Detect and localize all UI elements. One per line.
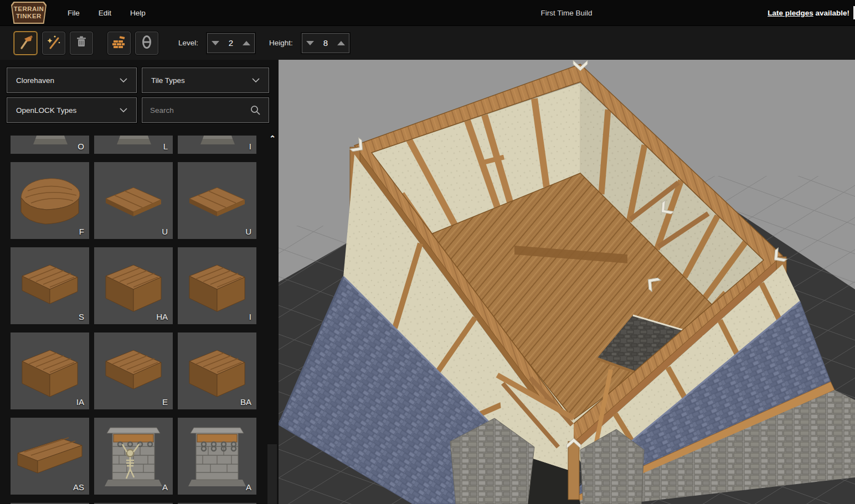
magic-wand-icon — [45, 34, 62, 53]
menu-bar: File Edit Help — [68, 9, 146, 17]
tile-label: F — [79, 227, 84, 236]
clip-tool-button[interactable] — [135, 32, 158, 55]
triangle-down-icon — [212, 41, 219, 45]
tile-cell[interactable]: BA — [178, 332, 256, 409]
tile-label: S — [79, 312, 84, 321]
triangle-up-icon — [243, 41, 250, 45]
tile-cell[interactable]: S — [11, 247, 89, 324]
height-spinner: 8 — [302, 33, 349, 53]
tile-thumbnail — [178, 136, 256, 154]
tile-cell[interactable]: I — [178, 247, 256, 324]
tileset-dropdown[interactable]: Clorehaven — [7, 67, 137, 93]
tile-thumbnail — [178, 162, 256, 239]
scroll-up-arrow[interactable]: ⌃ — [267, 134, 277, 143]
viewport-scene — [279, 60, 855, 504]
menu-help[interactable]: Help — [130, 9, 146, 17]
openlock-types-dropdown[interactable]: OpenLOCK Types — [7, 97, 137, 123]
tile-label: U — [162, 227, 168, 236]
tile-thumbnail — [11, 247, 89, 324]
tile-cell[interactable]: L — [94, 136, 173, 154]
tile-cell[interactable]: A — [94, 418, 173, 495]
tileset-dropdown-label: Clorehaven — [16, 76, 54, 85]
tile-cell[interactable]: I — [178, 136, 256, 154]
level-label: Level: — [178, 39, 198, 47]
menu-edit[interactable]: Edit — [99, 9, 111, 17]
tile-row: O L I — [11, 136, 269, 154]
tile-types-dropdown[interactable]: Tile Types — [142, 67, 269, 93]
level-decrement-button[interactable] — [208, 34, 223, 53]
height-value: 8 — [318, 38, 333, 48]
tile-cell[interactable]: U — [94, 162, 173, 239]
tile-row: IA E BA — [11, 332, 269, 409]
tool-bar: Level: 2 Height: 8 — [0, 25, 855, 60]
main-area: Clorehaven Tile Types OpenLOCK Types — [0, 60, 855, 504]
tile-row: F U U — [11, 162, 269, 239]
tile-label: A — [162, 482, 168, 492]
tile-thumbnail — [94, 136, 173, 154]
tile-thumbnail — [11, 162, 89, 239]
build-title: First Time Build — [540, 9, 592, 17]
chevron-down-icon — [120, 78, 127, 82]
hammer-tool-button[interactable] — [14, 32, 37, 55]
tile-label: BA — [240, 397, 251, 407]
wand-tool-button[interactable] — [42, 32, 65, 55]
height-increment-button[interactable] — [333, 34, 349, 53]
tile-cell[interactable]: AS — [11, 418, 89, 495]
tile-label: IA — [76, 397, 84, 407]
tile-grid-scrollbar[interactable] — [267, 444, 277, 504]
tile-thumbnail — [94, 162, 173, 239]
openlock-clip-icon — [138, 34, 155, 53]
tile-cell[interactable]: U — [178, 162, 256, 239]
tile-label: A — [246, 482, 251, 492]
masonry-tool-button[interactable] — [107, 32, 131, 55]
tile-cell[interactable]: IA — [11, 332, 89, 409]
tile-label: HA — [156, 312, 168, 321]
tile-grid: O L I F U U S HA I IA E BA AS A A — [11, 136, 269, 504]
menu-file[interactable]: File — [68, 9, 80, 17]
tile-thumbnail — [178, 247, 256, 324]
viewport-3d[interactable] — [279, 60, 855, 504]
tile-cell[interactable]: A — [178, 418, 256, 495]
tile-cell[interactable]: O — [11, 136, 89, 154]
late-pledges-link-text[interactable]: Late pledges — [768, 9, 813, 17]
search-input[interactable] — [150, 106, 250, 115]
delete-tool-button[interactable] — [70, 32, 93, 55]
late-pledges-link[interactable]: Late pledges available! — [768, 9, 849, 17]
terrain-tinker-app: TERRAIN TINKER File Edit Help First Time… — [0, 0, 855, 504]
tile-cell[interactable]: E — [94, 332, 173, 409]
level-value: 2 — [223, 38, 239, 48]
chevron-down-icon — [252, 78, 260, 82]
tile-label: AS — [73, 482, 84, 492]
tile-cell[interactable]: F — [11, 162, 89, 239]
app-logo[interactable]: TERRAIN TINKER — [11, 2, 47, 24]
tile-row: AS A A — [11, 418, 269, 495]
tile-label: O — [78, 142, 84, 151]
trash-icon — [74, 34, 89, 52]
tile-thumbnail — [178, 418, 256, 495]
height-decrement-button[interactable] — [302, 34, 318, 53]
tile-label: I — [249, 142, 251, 151]
search-icon — [250, 105, 261, 116]
tile-label: L — [163, 142, 168, 151]
level-increment-button[interactable] — [239, 34, 254, 53]
triangle-up-icon — [337, 41, 345, 45]
hammer-icon — [17, 34, 34, 53]
tile-types-dropdown-label: Tile Types — [151, 76, 185, 85]
search-box[interactable] — [142, 97, 269, 123]
tile-label: I — [249, 312, 251, 321]
top-bar: TERRAIN TINKER File Edit Help First Time… — [0, 0, 855, 25]
brick-wall-icon — [111, 34, 127, 53]
chevron-down-icon — [120, 108, 127, 112]
tile-label: U — [245, 227, 251, 236]
height-label: Height: — [269, 39, 293, 47]
app-logo-inner: TERRAIN TINKER — [12, 3, 45, 23]
tile-palette-sidebar: Clorehaven Tile Types OpenLOCK Types — [0, 60, 279, 504]
tile-row: S HA I — [11, 247, 269, 324]
tile-thumbnail — [94, 332, 173, 409]
late-pledges-suffix: available! — [813, 9, 849, 17]
tile-cell[interactable]: HA — [94, 247, 173, 324]
level-spinner: 2 — [207, 33, 255, 53]
triangle-down-icon — [306, 41, 314, 45]
logo-line-1: TERRAIN — [14, 6, 44, 13]
logo-line-2: TINKER — [16, 13, 42, 20]
